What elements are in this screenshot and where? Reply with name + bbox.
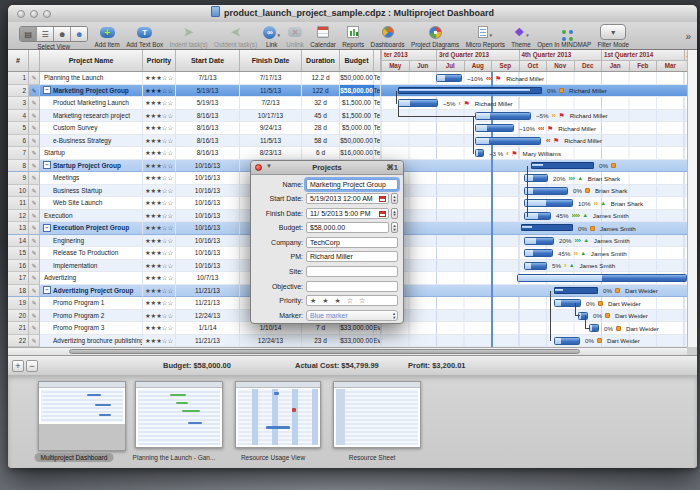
toolbar-overflow-chevron[interactable]: » (681, 31, 695, 42)
dialog-input-priority[interactable]: ★ ★ ★ ☆ ☆ (306, 295, 398, 306)
gantt-row[interactable] (381, 297, 687, 310)
page-thumbnail-dashboard[interactable] (38, 381, 126, 451)
dialog-titlebar[interactable]: ▼ Projects ⌘1 (251, 161, 403, 175)
stepper-control[interactable]: ▲▼ (391, 208, 398, 219)
dialog-input-startdate[interactable]: 5/19/2013 12:00 AM (306, 193, 389, 204)
gantt-summary-bar[interactable] (554, 287, 598, 294)
toolbar-item-micro-reports[interactable]: ▾Micro Reports (466, 24, 505, 48)
gantt-summary-bar[interactable] (521, 224, 573, 231)
page-thumbnail-gantt[interactable] (135, 381, 223, 448)
collapse-box[interactable]: − (43, 224, 51, 232)
dialog-input-budget[interactable]: $58,000.00 (306, 222, 389, 233)
timeline-quarter: ter 2013 (381, 50, 436, 61)
gantt-task-bar[interactable] (524, 237, 554, 245)
page-tab-label[interactable]: Multiproject Dashboard (35, 453, 114, 462)
toolbar-item-calendar[interactable]: Calendar (310, 24, 336, 48)
toolbar-item-mindmap[interactable]: Open In MINDMAP (537, 24, 591, 48)
zoom-in-button[interactable]: + (12, 360, 24, 372)
toolbar-item-theme[interactable]: ❖▾Theme (511, 24, 531, 48)
column-header-Priority[interactable]: Priority (143, 50, 176, 71)
priority-stars[interactable]: ★ ★ ★ ☆ ☆ (310, 296, 397, 306)
horizontal-scrollbar[interactable] (8, 347, 687, 355)
view-resources-segment[interactable]: ☻ (54, 27, 71, 41)
cell-row-number: 4 (8, 110, 29, 123)
toolbar-item-project-diagrams[interactable]: Project Diagrams (411, 24, 459, 48)
toolbar-item-add-text-box[interactable]: TAdd Text Box (126, 24, 163, 48)
cell-priority: ★★★☆☆ (143, 260, 176, 273)
toolbar-item-label: Micro Reports (466, 41, 505, 48)
table-row[interactable]: 5✎Custom Survey★★★☆☆8/16/139/24/1328 d$5… (8, 122, 381, 135)
toolbar-item-filter-mode[interactable]: ▼Filter Mode (597, 24, 629, 48)
toolbar-item-reports[interactable]: Reports (342, 24, 364, 48)
dialog-input-marker[interactable]: Blue marker▴▾ (306, 310, 398, 321)
column-header-Budget[interactable]: Budget (340, 50, 374, 71)
gantt-task-bar[interactable] (524, 187, 568, 195)
cell-finish-date: 8/23/13 (240, 147, 302, 160)
mini-calendar-icon[interactable] (379, 196, 386, 202)
dialog-input-objective[interactable] (306, 281, 398, 292)
cell-row-number: 14 (8, 235, 29, 248)
page-tab-label[interactable]: Planning the Launch - Gan... (127, 453, 222, 462)
gantt-summary-bar[interactable] (398, 87, 542, 94)
view-outline-segment[interactable]: ☰ (37, 27, 54, 41)
table-row[interactable]: 2✎−Marketing Project Group★★★☆☆5/19/1311… (8, 85, 381, 98)
table-row[interactable]: 22✎Advertizing brochure publishing★★★☆☆1… (8, 335, 381, 348)
toolbar-item-link[interactable]: ∞▾Link (263, 24, 280, 48)
column-header-Project Name[interactable]: Project Name (40, 50, 143, 71)
gantt-summary-bar[interactable] (531, 162, 594, 169)
view-gantt-segment[interactable]: ▤ (20, 27, 37, 41)
cell-company: Te (374, 85, 381, 98)
dialog-input-site[interactable] (306, 266, 398, 277)
toolbar-item-unlink[interactable]: ✕Unlink (286, 24, 304, 48)
table-row[interactable]: 7✎Startup★★★☆☆8/16/138/23/136 d$16,000.0… (8, 147, 381, 160)
view-people-segment[interactable]: ☻ (71, 27, 87, 41)
bar-progress (555, 338, 561, 344)
dialog-input-name[interactable]: Marketing Project Group (306, 179, 398, 190)
gantt-task-bar[interactable] (475, 149, 484, 157)
table-row[interactable]: 3✎Product Marketing Launch★★★☆☆5/19/137/… (8, 97, 381, 110)
toolbar-item-outdent[interactable]: ➤Outdent task(s) (214, 24, 257, 48)
gantt-task-bar[interactable] (475, 137, 541, 145)
collapse-box[interactable]: − (43, 286, 51, 294)
dialog-input-pm[interactable]: Richard Miller (306, 251, 398, 262)
vertical-scrollbar[interactable] (687, 50, 697, 347)
gantt-task-bar[interactable] (554, 337, 580, 345)
gantt-task-bar[interactable] (436, 74, 462, 82)
toolbar-item-indent[interactable]: ➤Indent task(s) (170, 24, 208, 48)
stepper-control[interactable]: ▲▼ (391, 193, 398, 204)
table-row[interactable]: 4✎Marketing research project★★★☆☆8/16/13… (8, 110, 381, 123)
assigned-resource: Mary Williams (523, 150, 562, 157)
page-tab-label[interactable]: Resource Usage View (235, 453, 311, 462)
toolbar-item-add-item[interactable]: +Add Item (95, 24, 120, 48)
page-thumbnail-resource-usage[interactable] (235, 381, 321, 448)
table-row[interactable]: 6✎e-Business Strategy★★★☆☆8/16/1311/5/13… (8, 135, 381, 148)
gantt-task-bar[interactable] (589, 324, 599, 332)
cell-start-date: 8/16/13 (176, 122, 240, 135)
column-header-Duration[interactable]: Duration (302, 50, 340, 71)
window-titlebar[interactable]: product_launch_project_sample.cdpz : Mul… (8, 5, 697, 23)
mini-calendar-icon[interactable] (379, 211, 386, 217)
gantt-row[interactable] (381, 335, 687, 348)
collapse-box[interactable]: − (43, 161, 51, 169)
gantt-task-bar[interactable] (475, 112, 531, 120)
gantt-task-bar[interactable] (517, 274, 687, 282)
gantt-task-bar[interactable] (524, 262, 547, 270)
column-header-blank8[interactable] (374, 50, 381, 71)
page-thumbnail-resource-sheet[interactable] (333, 381, 421, 448)
column-header-Start Date[interactable]: Start Date (176, 50, 240, 71)
stepper-control[interactable]: ▲▼ (391, 222, 398, 233)
toolbar-item-dashboards[interactable]: Dashboards (371, 24, 405, 48)
zoom-out-button[interactable]: − (26, 360, 38, 372)
dialog-input-finishdate[interactable]: 11/ 5/2013 5:00 PM (306, 208, 389, 219)
page-tab-label[interactable]: Resource Sheet (343, 453, 402, 462)
gantt-task-bar[interactable] (524, 199, 573, 207)
gantt-task-bar[interactable] (524, 249, 553, 257)
table-row[interactable]: 1✎Planning the Launch★★★☆☆7/1/137/17/131… (8, 72, 381, 85)
horizontal-scrollbar-thumb[interactable] (69, 349, 580, 354)
column-header-Finish Date[interactable]: Finish Date (240, 50, 302, 71)
collapse-box[interactable]: − (43, 86, 51, 94)
column-header-blank1[interactable] (29, 50, 40, 71)
column-header-#[interactable]: # (8, 50, 29, 71)
gantt-task-bar[interactable] (475, 124, 514, 132)
dialog-input-company[interactable]: TechCorp (306, 237, 398, 248)
